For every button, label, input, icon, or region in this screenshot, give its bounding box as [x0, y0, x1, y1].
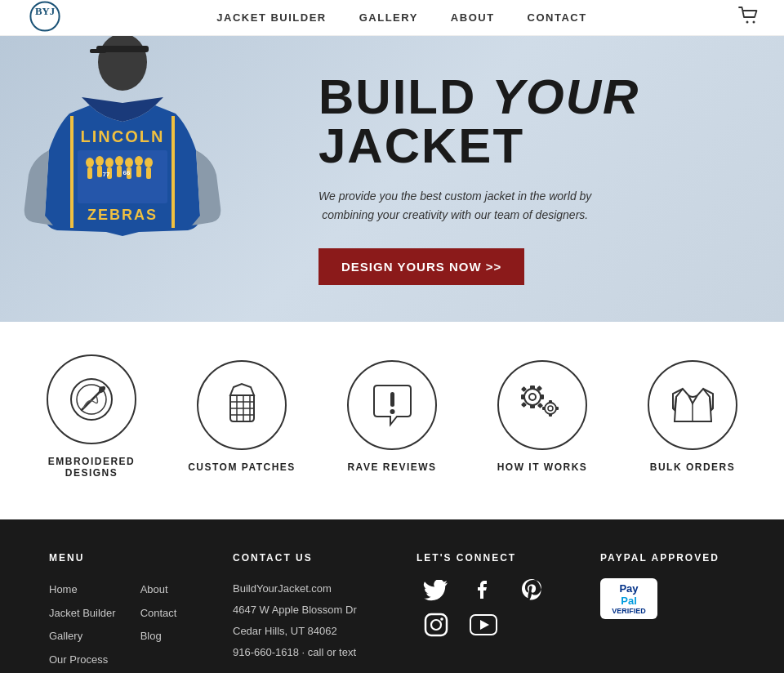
svg-rect-20	[136, 166, 141, 177]
svg-point-21	[145, 158, 153, 167]
instagram-icon[interactable]	[416, 613, 456, 637]
feature-embroidered[interactable]: EMBROIDERED DESIGNS	[26, 354, 157, 479]
svg-marker-62	[480, 620, 489, 630]
svg-rect-45	[540, 394, 544, 399]
footer-link-contact[interactable]: Contact	[140, 602, 177, 626]
youtube-icon[interactable]	[464, 613, 503, 637]
footer-menu-col: MENU Home Jacket Builder Gallery Our Pro…	[49, 552, 184, 673]
svg-rect-6	[90, 49, 106, 53]
footer-menu-col1: Home Jacket Builder Gallery Our Process	[49, 578, 116, 671]
nav-about[interactable]: ABOUT	[451, 11, 495, 24]
svg-text:77: 77	[103, 171, 110, 178]
how-it-works-icon-circle	[497, 360, 587, 450]
hero-title: BUILD YOUR JACKET	[318, 73, 639, 171]
svg-text:66: 66	[123, 169, 131, 176]
svg-rect-12	[97, 166, 102, 177]
footer-paypal-title: PAYPAL APPROVED	[600, 552, 735, 564]
reviews-icon-circle	[347, 360, 437, 450]
footer-contact-col: CONTACT US BuildYourJacket.com 4647 W Ap…	[233, 552, 368, 673]
patches-label: CUSTOM PATCHES	[188, 461, 296, 473]
footer-link-home[interactable]: Home	[49, 578, 116, 602]
svg-rect-56	[542, 407, 546, 410]
footer-menu-col2: About Contact Blog	[140, 578, 177, 671]
embroidered-icon-circle	[47, 354, 136, 444]
footer-link-jacket-builder[interactable]: Jacket Builder	[49, 602, 116, 626]
paypal-badge[interactable]: Pay Pal VERIFIED	[600, 578, 657, 619]
hero-section: LINCOLN 77 66	[0, 36, 784, 322]
footer-link-process[interactable]: Our Process	[49, 648, 116, 672]
pinterest-icon[interactable]	[512, 578, 551, 604]
svg-point-15	[115, 156, 123, 166]
cart-icon[interactable]	[738, 7, 760, 29]
feature-patches[interactable]: CUSTOM PATCHES	[176, 360, 307, 473]
svg-point-13	[105, 158, 114, 167]
logo[interactable]: BYJ	[24, 0, 65, 36]
svg-line-30	[82, 390, 102, 410]
svg-point-2	[746, 20, 748, 23]
svg-text:ZEBRAS: ZEBRAS	[87, 207, 158, 223]
footer-link-blog[interactable]: Blog	[140, 625, 177, 648]
svg-point-17	[125, 158, 133, 167]
svg-point-59	[431, 620, 441, 630]
svg-point-41	[524, 389, 541, 405]
footer-link-gallery[interactable]: Gallery	[49, 625, 116, 648]
svg-point-42	[529, 394, 536, 400]
svg-point-60	[440, 617, 443, 621]
hero-title-jacket: JACKET	[318, 118, 524, 173]
bulk-icon-circle	[648, 360, 737, 450]
svg-rect-55	[555, 407, 559, 410]
footer-link-about[interactable]: About	[140, 578, 177, 602]
footer-contact-title: CONTACT US	[233, 552, 368, 564]
facebook-icon[interactable]	[464, 578, 503, 604]
navigation: BYJ JACKET BUILDER GALLERY ABOUT CONTACT	[0, 0, 784, 36]
footer-menu-title: MENU	[49, 552, 184, 564]
nav-gallery[interactable]: GALLERY	[359, 11, 418, 24]
nav-contact[interactable]: CONTACT	[528, 11, 587, 24]
svg-rect-39	[390, 392, 394, 407]
svg-point-40	[390, 409, 394, 414]
footer: MENU Home Jacket Builder Gallery Our Pro…	[0, 519, 784, 673]
patches-icon-circle	[197, 360, 287, 450]
hero-title-your: YOUR	[492, 69, 639, 124]
footer-phone[interactable]: 916-660-1618 · call or text	[233, 642, 368, 663]
svg-point-52	[548, 406, 553, 411]
svg-rect-44	[530, 404, 535, 408]
svg-point-51	[545, 403, 556, 414]
embroidered-label: EMBROIDERED DESIGNS	[26, 456, 157, 479]
footer-email[interactable]: info@buildyourjacket.com	[233, 668, 368, 673]
svg-text:LINCOLN: LINCOLN	[81, 127, 165, 145]
hero-title-build: BUILD	[318, 69, 476, 124]
nav-jacket-builder[interactable]: JACKET BUILDER	[216, 11, 326, 24]
svg-rect-58	[425, 614, 447, 635]
svg-point-19	[135, 156, 143, 166]
hero-subtitle: We provide you the best custom jacket in…	[318, 187, 591, 224]
svg-point-11	[96, 156, 104, 166]
reviews-label: RAVE REVIEWS	[347, 461, 436, 473]
footer-website[interactable]: BuildYourJacket.com	[233, 578, 368, 599]
footer-menu: Home Jacket Builder Gallery Our Process …	[49, 578, 184, 671]
svg-rect-22	[146, 167, 151, 179]
hero-cta-button[interactable]: DESIGN YOURS NOW >>	[318, 248, 524, 285]
feature-reviews[interactable]: RAVE REVIEWS	[327, 360, 457, 473]
svg-rect-16	[117, 166, 122, 177]
footer-address2: Cedar Hills, UT 84062	[233, 621, 368, 642]
footer-paypal-col: PAYPAL APPROVED Pay Pal VERIFIED	[600, 552, 735, 673]
how-it-works-label: HOW IT WORKS	[497, 461, 588, 473]
footer-social-title: LET'S CONNECT	[416, 552, 551, 564]
features-section: EMBROIDERED DESIGNS CUSTOM PATCHES	[0, 322, 784, 519]
svg-point-9	[86, 158, 94, 167]
svg-point-4	[98, 36, 147, 91]
feature-how-it-works[interactable]: HOW IT WORKS	[477, 360, 608, 473]
social-icons-grid	[416, 578, 551, 637]
feature-bulk[interactable]: BULK ORDERS	[627, 360, 758, 473]
bulk-label: BULK ORDERS	[650, 461, 736, 473]
svg-rect-54	[549, 413, 552, 417]
svg-rect-10	[87, 167, 92, 179]
svg-point-3	[752, 20, 755, 23]
nav-links: JACKET BUILDER GALLERY ABOUT CONTACT	[216, 11, 586, 24]
hero-text-area: BUILD YOUR JACKET We provide you the bes…	[302, 56, 784, 301]
footer-top: MENU Home Jacket Builder Gallery Our Pro…	[49, 552, 735, 673]
twitter-icon[interactable]	[416, 578, 456, 604]
svg-rect-46	[521, 394, 525, 399]
hero-jacket-area: LINCOLN 77 66	[0, 36, 302, 322]
